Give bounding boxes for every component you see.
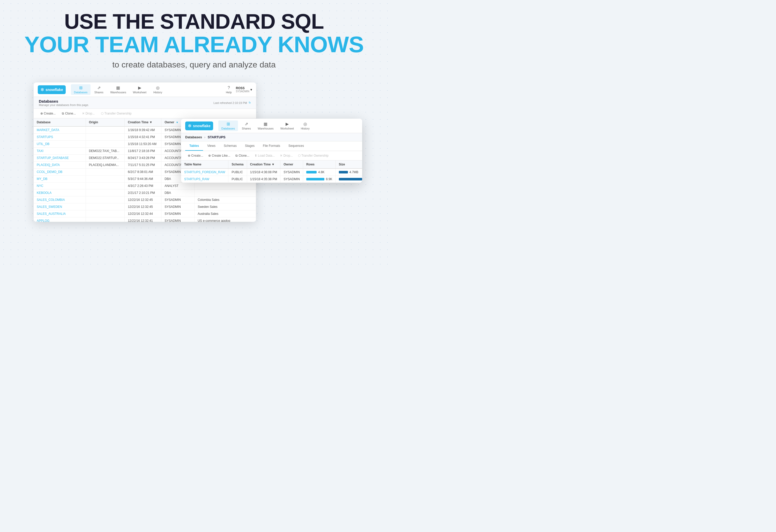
col-schema[interactable]: Schema: [228, 161, 247, 169]
col-rows[interactable]: Rows: [303, 161, 336, 169]
secondary-nav-history[interactable]: ◎ History: [298, 120, 313, 131]
db-name-cell[interactable]: MARKET_DATA: [34, 126, 85, 134]
main-logo: ❄ snowflake: [38, 85, 66, 94]
col-header-creation-time[interactable]: Creation Time ▼: [125, 118, 161, 126]
transfer-ownership-button[interactable]: ⬡ Transfer Ownership: [99, 111, 133, 116]
secondary-nav-shares[interactable]: ⇗ Shares: [238, 120, 254, 131]
tables-table: Table Name Schema Creation Time ▼ Owner …: [181, 161, 362, 183]
secondary-nav-label-shares: Shares: [242, 127, 251, 130]
window-secondary: ❄ snowflake ⊞ Databases ⇗ Shares ▦ Wareh…: [181, 119, 362, 183]
col-header-database[interactable]: Database: [34, 118, 85, 126]
secondary-transfer-button[interactable]: ⬡ Transfer Ownership: [297, 153, 330, 158]
secondary-action-bar: ⊕ Create... ⊕ Create Like... ⧉ Clone... …: [181, 151, 362, 161]
databases-icon: ⊞: [79, 85, 82, 90]
table-row: NYC 4/3/17 2:26:43 PM ANALYST: [34, 183, 256, 190]
secondary-clone-button[interactable]: ⧉ Clone...: [234, 153, 251, 158]
db-origin-cell: [85, 190, 125, 197]
secondary-nav-warehouses[interactable]: ▦ Warehouses: [254, 120, 276, 131]
shares-icon: ⇗: [97, 85, 101, 90]
db-name-cell[interactable]: SALES_AUSTRALIA: [34, 210, 85, 217]
breadcrumb-separator: ›: [204, 135, 205, 139]
nav-item-databases[interactable]: ⊞ Databases: [71, 84, 91, 95]
db-name-cell[interactable]: KEBOOLA: [34, 190, 85, 197]
db-origin-cell: [85, 197, 125, 204]
secondary-create-like-button[interactable]: ⊕ Create Like...: [207, 153, 232, 158]
tab-sequences[interactable]: Sequences: [284, 142, 308, 151]
worksheet-icon: ▶: [138, 85, 141, 90]
db-name-cell[interactable]: SALES_SWEDEN: [34, 204, 85, 210]
help-button[interactable]: ? Help: [226, 85, 232, 94]
db-comment-cell: Sweden Sales: [195, 204, 256, 210]
db-name-cell[interactable]: TAXI: [34, 148, 85, 155]
db-origin-cell: [85, 141, 125, 148]
table-row: APPLOG 12/22/16 12:32:41 SYSADMIN US e-c…: [34, 217, 256, 222]
db-created-cell: 12/22/16 12:32:41: [125, 217, 161, 222]
main-nav: ⊞ Databases ⇗ Shares ▦ Warehouses ▶ Work…: [71, 84, 166, 95]
tab-file-formats[interactable]: File Formats: [259, 142, 284, 151]
secondary-header-row: Table Name Schema Creation Time ▼ Owner …: [181, 161, 362, 169]
db-origin-cell: [85, 169, 125, 176]
secondary-load-data-button[interactable]: ⬆ Load Data...: [253, 153, 276, 158]
secondary-snowflake-icon: ❄: [188, 123, 192, 129]
secondary-drop-button[interactable]: ✕ Drop...: [278, 153, 294, 158]
created-cell: 1/15/18 4:35:38 PM: [247, 176, 280, 183]
page-title-section: Databases Manage your databases from thi…: [39, 99, 89, 106]
db-name-cell[interactable]: STARTUPS: [34, 134, 85, 141]
refresh-icon[interactable]: ↻: [248, 101, 251, 104]
db-name-cell[interactable]: CCOL_DEMO_DB: [34, 169, 85, 176]
db-name-cell[interactable]: UTIL_DB: [34, 141, 85, 148]
screenshots-area: ❄ snowflake ⊞ Databases ⇗ Shares ▦ Wareh…: [26, 82, 362, 227]
col-table-name[interactable]: Table Name: [181, 161, 228, 169]
secondary-tabs-bar: Tables Views Schemas Stages File Formats…: [181, 142, 362, 151]
db-comment-cell: Australia Sales: [195, 210, 256, 217]
drop-button[interactable]: ✕ Drop...: [80, 111, 96, 116]
tab-views[interactable]: Views: [203, 142, 220, 151]
secondary-worksheet-icon: ▶: [285, 121, 289, 126]
db-name-cell[interactable]: STARTUP_DATABASE: [34, 155, 85, 162]
table-name-cell[interactable]: STARTUPS_FOREIGN_RAW: [181, 169, 228, 176]
nav-item-shares[interactable]: ⇗ Shares: [91, 84, 107, 95]
tab-tables[interactable]: Tables: [185, 142, 203, 151]
db-owner-cell: SYSADMIN: [161, 197, 195, 204]
user-info[interactable]: ROSS SYSADMIN ▾: [236, 86, 252, 93]
clone-button[interactable]: ⧉ Clone...: [60, 111, 77, 116]
secondary-nav-worksheet[interactable]: ▶ Worksheet: [277, 120, 297, 131]
db-origin-cell: DEMO22.STARTUP...: [85, 155, 125, 162]
tab-schemas[interactable]: Schemas: [220, 142, 241, 151]
db-origin-cell: [85, 183, 125, 190]
db-name-cell[interactable]: APPLOG: [34, 217, 85, 222]
warehouses-icon: ▦: [116, 85, 120, 90]
db-owner-cell: ANALYST: [161, 183, 195, 190]
col-owner[interactable]: Owner: [280, 161, 303, 169]
secondary-shares-icon: ⇗: [245, 121, 248, 126]
create-button[interactable]: ⊕ Create...: [39, 111, 57, 116]
col-size[interactable]: Size: [336, 161, 362, 169]
size-cell: 4.7MB: [336, 169, 362, 176]
db-name-cell[interactable]: NYC: [34, 183, 85, 190]
tab-stages[interactable]: Stages: [241, 142, 259, 151]
breadcrumb-parent[interactable]: Databases: [185, 135, 202, 139]
db-name-cell[interactable]: PLACEIQ_DATA: [34, 162, 85, 169]
nav-item-worksheet[interactable]: ▶ Worksheet: [130, 84, 150, 95]
db-name-cell[interactable]: MY_DB: [34, 176, 85, 183]
db-created-cell: 12/22/16 12:32:45: [125, 204, 161, 210]
db-comment-cell: [195, 183, 256, 190]
db-created-cell: 8/24/17 3:43:28 PM: [125, 155, 161, 162]
help-icon: ?: [228, 85, 230, 90]
table-name-cell[interactable]: STARTUPS_RAW: [181, 176, 228, 183]
secondary-create-button[interactable]: ⊕ Create...: [186, 153, 205, 158]
nav-item-warehouses[interactable]: ▦ Warehouses: [107, 84, 129, 95]
nav-item-history[interactable]: ◎ History: [150, 84, 166, 95]
col-header-origin[interactable]: Origin: [85, 118, 125, 126]
breadcrumb-current: STARTUPS: [208, 135, 226, 139]
col-creation-time[interactable]: Creation Time ▼: [247, 161, 280, 169]
db-name-cell[interactable]: SALES_COLOMBIA: [34, 197, 85, 204]
size-cell: 12.2MB: [336, 176, 362, 183]
secondary-logo: ❄ snowflake: [185, 121, 213, 130]
nav-label-shares: Shares: [94, 91, 104, 94]
db-created-cell: 4/3/17 2:26:43 PM: [125, 183, 161, 190]
breadcrumb: Databases › STARTUPS: [181, 133, 362, 142]
secondary-nav-databases[interactable]: ⊞ Databases: [218, 120, 238, 131]
schema-cell: PUBLIC: [228, 176, 247, 183]
user-role: SYSADMIN: [236, 90, 249, 93]
